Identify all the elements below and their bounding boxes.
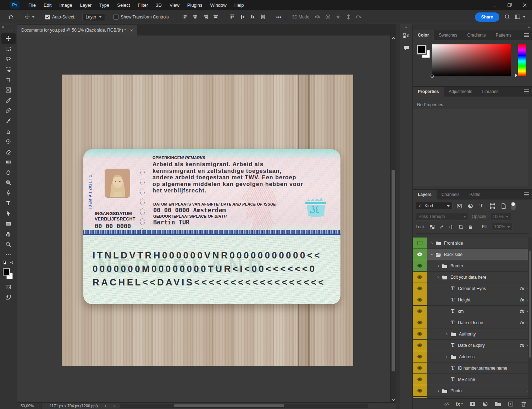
object-selection-tool[interactable] <box>1 64 16 75</box>
blend-mode-dropdown[interactable]: Pass Through <box>416 213 469 220</box>
layers-scrollbar[interactable] <box>528 238 532 398</box>
3d-orbit-icon[interactable] <box>315 14 321 20</box>
toolbar-grip[interactable] <box>4 30 13 33</box>
3d-pan-icon[interactable] <box>335 14 341 20</box>
visibility-toggle[interactable] <box>413 351 427 362</box>
blur-tool[interactable] <box>1 167 16 178</box>
align-bottom-icon[interactable] <box>250 14 256 20</box>
crop-tool[interactable] <box>1 75 16 85</box>
distribute-vertical-icon[interactable] <box>260 14 266 20</box>
opacity-value[interactable]: 100% <box>490 213 511 220</box>
lock-position-icon[interactable] <box>448 224 455 230</box>
expand-chevron-icon[interactable]: › <box>436 388 440 393</box>
menu-help[interactable]: Help <box>231 1 248 10</box>
status-expand-icon[interactable]: › <box>105 403 106 408</box>
brush-tool[interactable] <box>1 116 16 126</box>
expand-chevron-icon[interactable]: › <box>436 263 440 268</box>
canvas[interactable]: iDEMIA | 2021 | 1 <box>17 36 390 402</box>
color-swatch-pair[interactable] <box>417 45 431 59</box>
visibility-toggle[interactable] <box>413 340 427 351</box>
expand-chevron-icon[interactable]: › <box>445 354 449 359</box>
toolbar-collapse-icon[interactable]: » <box>0 24 17 29</box>
menu-image[interactable]: Image <box>55 1 76 10</box>
tab-properties[interactable]: Properties <box>413 87 444 97</box>
add-layer-mask-icon[interactable] <box>469 400 476 408</box>
filter-pixel-layers-icon[interactable] <box>455 202 464 210</box>
panel-menu-icon[interactable] <box>524 33 529 37</box>
horizontal-scrollbar[interactable] <box>120 404 368 408</box>
3d-roll-icon[interactable] <box>325 14 331 20</box>
scroll-up-icon[interactable] <box>390 36 397 40</box>
screen-mode-icon[interactable] <box>1 292 16 302</box>
menu-edit[interactable]: Edit <box>40 1 55 10</box>
version-history-icon[interactable] <box>400 30 413 42</box>
layer-row-colour-of-eyes[interactable]: TColour of Eyesfx› <box>413 283 532 294</box>
align-center-horizontal-icon[interactable] <box>192 14 198 20</box>
tab-paths[interactable]: Paths <box>464 190 485 200</box>
menu-window[interactable]: Window <box>206 1 230 10</box>
gradient-tool[interactable] <box>1 157 16 167</box>
dodge-tool[interactable] <box>1 178 16 188</box>
layer-row-front-side[interactable]: ›Front side <box>413 238 532 249</box>
layer-effects-badge[interactable]: fx <box>520 309 524 314</box>
collapse-chevron-icon[interactable]: › <box>430 252 435 257</box>
hue-slider[interactable] <box>518 44 526 76</box>
history-brush-tool[interactable] <box>1 136 16 147</box>
layer-effects-badge[interactable]: fx <box>520 286 524 291</box>
minimize-button[interactable] <box>487 0 502 10</box>
delete-layer-icon[interactable] <box>520 400 527 408</box>
tab-gradients[interactable]: Gradients <box>462 30 491 40</box>
panel-menu-icon[interactable] <box>524 89 529 93</box>
layer-filter-toggle[interactable] <box>511 202 516 210</box>
layer-filter-dropdown[interactable]: Kind <box>416 202 453 210</box>
lock-transparent-icon[interactable] <box>429 224 436 230</box>
status-collapse-icon[interactable]: ‹ <box>113 403 115 408</box>
3d-camera-icon[interactable] <box>356 14 362 20</box>
filter-type-layers-icon[interactable]: T <box>477 202 486 210</box>
filter-adjustment-layers-icon[interactable] <box>466 202 475 210</box>
eyedropper-tool[interactable] <box>1 95 16 105</box>
auto-select-target-dropdown[interactable]: Layer <box>82 13 105 21</box>
visibility-toggle[interactable] <box>413 283 427 294</box>
layer-effects-badge[interactable]: fx <box>520 343 524 348</box>
panel-collapse-right-icon[interactable]: » <box>413 24 532 30</box>
layer-row-address[interactable]: ›Address <box>413 351 532 362</box>
align-top-icon[interactable] <box>229 14 235 20</box>
tab-patterns[interactable]: Patterns <box>491 30 516 40</box>
lock-artboard-icon[interactable] <box>458 224 464 230</box>
align-right-icon[interactable] <box>203 14 209 20</box>
filter-shape-layers-icon[interactable] <box>488 202 497 210</box>
visibility-toggle[interactable] <box>413 374 427 385</box>
menu-3d[interactable]: 3D <box>152 1 166 10</box>
eraser-tool[interactable] <box>1 147 16 157</box>
layer-row-edit-your-data-here[interactable]: ›Edit your data here <box>413 272 532 283</box>
zoom-level[interactable]: 50,09% <box>17 403 42 409</box>
menu-layer[interactable]: Layer <box>76 1 96 10</box>
tab-color[interactable]: Color <box>413 30 434 40</box>
align-center-vertical-icon[interactable] <box>239 14 245 20</box>
tab-layers[interactable]: Layers <box>413 190 437 200</box>
menu-view[interactable]: View <box>166 1 183 10</box>
share-button[interactable]: Share <box>475 12 499 22</box>
show-transform-checkbox[interactable]: Show Transform Controls <box>113 15 168 20</box>
rectangle-tool[interactable] <box>1 219 16 229</box>
panel-menu-icon[interactable] <box>524 192 529 196</box>
filter-smart-objects-icon[interactable] <box>499 202 508 210</box>
more-options-icon[interactable]: ••• <box>276 15 282 20</box>
hand-tool[interactable] <box>1 229 16 239</box>
layer-row-authority[interactable]: ›Authority <box>413 328 532 340</box>
close-button[interactable] <box>517 0 532 10</box>
expand-chevron-icon[interactable]: › <box>445 331 449 337</box>
layer-effects-badge[interactable]: fx <box>520 297 524 302</box>
visibility-toggle[interactable] <box>413 362 427 373</box>
tab-close-icon[interactable]: × <box>130 28 133 33</box>
layer-row-border[interactable]: ›Border <box>413 260 532 272</box>
expand-chevron-icon[interactable]: › <box>430 240 434 246</box>
new-group-icon[interactable] <box>494 400 501 408</box>
visibility-toggle[interactable] <box>413 317 427 328</box>
type-tool[interactable]: T <box>1 198 16 208</box>
layer-row-id-number-surname-name[interactable]: TID number,surname,name <box>413 362 532 374</box>
path-selection-tool[interactable] <box>1 208 16 219</box>
layer-row-date-of-issue[interactable]: TDate of Issuefx› <box>413 317 532 328</box>
color-field-marker[interactable] <box>431 75 434 78</box>
